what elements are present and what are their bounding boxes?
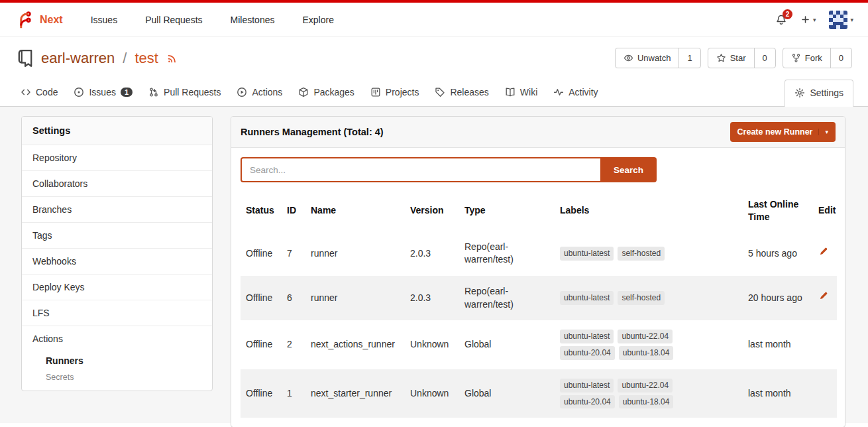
tab-releases[interactable]: Releases	[429, 87, 494, 106]
tab-settings[interactable]: Settings	[785, 80, 853, 107]
create-new-menu-button[interactable]: ▾	[800, 15, 816, 25]
runner-status: Offline	[241, 276, 282, 320]
pull-request-icon	[148, 87, 159, 97]
tab-label: Packages	[313, 87, 354, 97]
rss-feed-icon[interactable]	[166, 52, 178, 64]
package-icon	[298, 87, 309, 97]
sidebar-item-runners[interactable]: Runners	[22, 351, 212, 370]
sidebar-item-repository[interactable]: Repository	[22, 145, 212, 170]
code-icon	[21, 87, 31, 97]
runner-label-chip: ubuntu-18.04	[619, 395, 674, 409]
sidebar-item-actions[interactable]: Actions	[22, 326, 212, 351]
runner-label-chip: ubuntu-latest	[560, 330, 614, 343]
pulse-icon	[553, 87, 564, 97]
search-input[interactable]	[241, 157, 600, 182]
tab-packages[interactable]: Packages	[292, 87, 360, 106]
unwatch-button[interactable]: Unwatch	[616, 48, 679, 68]
table-header-row: Status ID Name Version Type Labels Last …	[241, 190, 837, 231]
sidebar-item-tags[interactable]: Tags	[22, 222, 212, 248]
col-id: ID	[282, 190, 305, 231]
tab-pull-requests[interactable]: Pull Requests	[142, 87, 227, 106]
sidebar-item-deploy-keys[interactable]: Deploy Keys	[22, 274, 212, 300]
runner-name: next_starter_runner	[305, 369, 405, 418]
star-button[interactable]: Star	[708, 48, 754, 68]
issue-icon	[74, 87, 84, 97]
top-navbar: Next Issues Pull Requests Milestones Exp…	[0, 3, 868, 37]
pencil-icon	[818, 247, 828, 257]
tab-label: Actions	[252, 87, 282, 97]
tab-projects[interactable]: Projects	[364, 87, 425, 106]
search-button[interactable]: Search	[600, 157, 657, 182]
sidebar-title: Settings	[22, 117, 212, 145]
book-icon	[505, 87, 515, 97]
watch-button-group: Unwatch 1	[615, 48, 701, 68]
user-menu-button[interactable]: ▾	[829, 11, 853, 29]
col-name: Name	[305, 190, 405, 231]
sidebar-item-webhooks[interactable]: Webhooks	[22, 248, 212, 274]
repo-path-separator: /	[123, 50, 127, 67]
runners-table: Status ID Name Version Type Labels Last …	[241, 190, 837, 418]
sidebar-item-branches[interactable]: Branches	[22, 196, 212, 222]
nav-issues-link[interactable]: Issues	[91, 15, 117, 25]
tab-wiki[interactable]: Wiki	[499, 87, 543, 106]
runner-status: Offline	[241, 369, 282, 418]
runner-type: Global	[459, 369, 555, 418]
runner-status: Offline	[241, 320, 282, 369]
runner-label-chip: self-hosted	[618, 291, 665, 305]
col-last-online-time: Last Online Time	[743, 190, 813, 231]
runner-name: next_actions_runner	[305, 320, 405, 369]
home-link[interactable]: Next	[15, 10, 63, 30]
nav-milestones-link[interactable]: Milestones	[231, 15, 275, 25]
runner-label-chip: ubuntu-20.04	[560, 346, 615, 360]
repo-tabbar: Code Issues 1 Pull Requests Actions Pack…	[0, 76, 868, 107]
runner-last-online: 5 hours ago	[743, 231, 813, 276]
runner-label-chip: ubuntu-22.04	[618, 379, 673, 393]
forgejo-logo-icon	[15, 10, 34, 30]
fork-button[interactable]: Fork	[783, 48, 830, 68]
tab-actions[interactable]: Actions	[231, 87, 288, 106]
panel-title: Runners Management (Total: 4)	[241, 127, 384, 137]
runner-version: Unknown	[405, 369, 459, 418]
forks-count[interactable]: 0	[830, 48, 851, 68]
runner-last-online: last month	[743, 369, 813, 418]
create-new-runner-label: Create new Runner	[737, 127, 813, 137]
runner-label-chip: self-hosted	[618, 247, 665, 261]
runner-type: Repo(earl-warren/test)	[459, 276, 555, 320]
plus-icon	[800, 15, 810, 25]
runner-row: Offline 6 runner 2.0.3 Repo(earl-warren/…	[241, 276, 837, 320]
runner-id: 1	[282, 369, 305, 418]
runner-version: 2.0.3	[405, 231, 459, 276]
stars-count[interactable]: 0	[754, 48, 775, 68]
nav-explore-link[interactable]: Explore	[302, 15, 333, 25]
repo-owner-link[interactable]: earl-warren	[41, 50, 115, 67]
avatar	[829, 11, 847, 29]
nav-pull-requests-link[interactable]: Pull Requests	[145, 15, 202, 25]
project-board-icon	[370, 87, 381, 97]
fork-label: Fork	[805, 53, 822, 63]
chevron-down-icon: ▾	[850, 17, 853, 23]
tab-activity[interactable]: Activity	[547, 87, 604, 106]
runner-name: runner	[305, 231, 405, 276]
edit-runner-button[interactable]	[818, 247, 828, 257]
star-label: Star	[730, 53, 746, 63]
repo-name-link[interactable]: test	[135, 50, 158, 67]
watchers-count[interactable]: 1	[678, 48, 700, 68]
tab-label: Wiki	[520, 87, 537, 97]
runner-searchbar: Search	[241, 157, 657, 182]
settings-sidebar: Settings Repository Collaborators Branch…	[21, 116, 213, 391]
notifications-button[interactable]: 2	[775, 14, 787, 26]
create-new-runner-button[interactable]: Create new Runner ▾	[730, 122, 836, 142]
runner-labels: ubuntu-latest self-hosted	[560, 291, 692, 305]
sidebar-item-collaborators[interactable]: Collaborators	[22, 170, 212, 196]
tab-label: Projects	[386, 87, 419, 97]
unwatch-label: Unwatch	[637, 53, 671, 63]
sidebar-item-secrets[interactable]: Secrets	[22, 370, 212, 391]
runner-id: 6	[282, 276, 305, 320]
runner-label-chip: ubuntu-18.04	[619, 346, 674, 360]
tab-code[interactable]: Code	[15, 87, 64, 106]
edit-runner-button[interactable]	[818, 291, 828, 301]
tab-issues[interactable]: Issues 1	[68, 87, 138, 106]
runners-panel-header: Runners Management (Total: 4) Create new…	[231, 117, 845, 148]
runner-labels: ubuntu-latest self-hosted	[560, 247, 692, 261]
sidebar-item-lfs[interactable]: LFS	[22, 300, 212, 326]
